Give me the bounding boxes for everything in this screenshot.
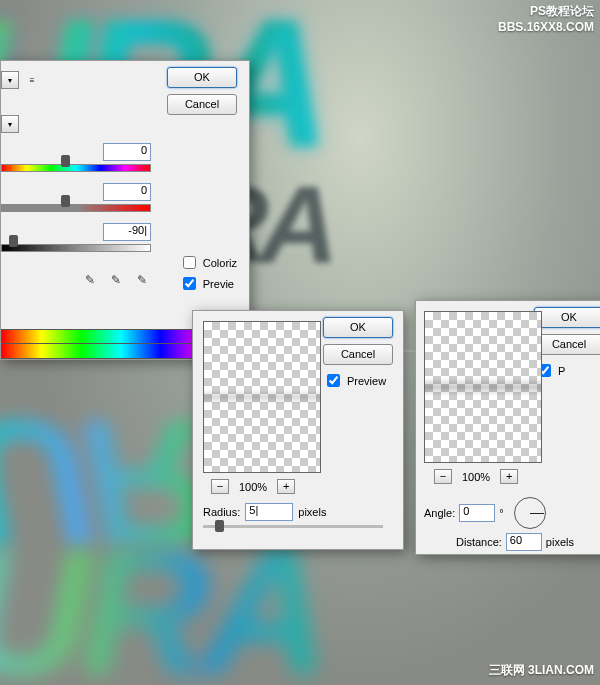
gauss-radius-thumb[interactable] bbox=[215, 520, 224, 532]
motion-preview-label: P bbox=[558, 365, 565, 377]
eyedropper-sub-icon[interactable]: ✎ bbox=[133, 271, 151, 289]
hs-hue-thumb[interactable] bbox=[61, 155, 70, 167]
gauss-zoom-value: 100% bbox=[239, 481, 267, 493]
hs-sat-thumb[interactable] bbox=[61, 195, 70, 207]
motion-zoom-out[interactable]: − bbox=[434, 469, 452, 484]
hs-light-row: -90| bbox=[1, 223, 151, 253]
motion-distance-input[interactable]: 60 bbox=[506, 533, 542, 551]
hs-preview-label: Previe bbox=[203, 278, 234, 290]
hs-sat-slider[interactable] bbox=[1, 204, 151, 212]
hs-menu-icon[interactable]: ≡ bbox=[25, 71, 39, 89]
gauss-radius-label: Radius: bbox=[203, 506, 240, 518]
motion-zoom-in[interactable]: + bbox=[500, 469, 518, 484]
hs-range-dropdown[interactable]: ▾ bbox=[1, 115, 19, 133]
hs-light-slider[interactable] bbox=[1, 244, 151, 252]
motion-preview-box[interactable] bbox=[424, 311, 542, 463]
gauss-zoom-out[interactable]: − bbox=[211, 479, 229, 494]
hs-hue-row: 0 bbox=[1, 143, 151, 173]
hs-light-thumb[interactable] bbox=[9, 235, 18, 247]
gauss-preview-label: Preview bbox=[347, 375, 386, 387]
gauss-pixels-label: pixels bbox=[298, 506, 326, 518]
motion-distance-label: Distance: bbox=[456, 536, 502, 548]
gaussian-blur-dialog: OK Cancel Preview − 100% + Radius: 5| pi… bbox=[192, 310, 404, 550]
motion-pixels-label: pixels bbox=[546, 536, 574, 548]
motion-ok-button[interactable]: OK bbox=[534, 307, 600, 328]
gauss-ok-button[interactable]: OK bbox=[323, 317, 393, 338]
gauss-zoom-in[interactable]: + bbox=[277, 479, 295, 494]
motion-angle-label: Angle: bbox=[424, 507, 455, 519]
gauss-cancel-button[interactable]: Cancel bbox=[323, 344, 393, 365]
eyedropper-icon[interactable]: ✎ bbox=[81, 271, 99, 289]
hs-light-input[interactable]: -90| bbox=[103, 223, 151, 241]
hs-hue-slider[interactable] bbox=[1, 164, 151, 172]
gauss-preview-check[interactable]: Preview bbox=[323, 371, 393, 390]
motion-blur-dialog: OK Cancel P − 100% + Angle: 0 ° Distance… bbox=[415, 300, 600, 555]
hs-preview-check[interactable]: Previe bbox=[179, 274, 237, 293]
hs-sat-row: 0 bbox=[1, 183, 151, 213]
hs-preset-dropdown[interactable]: ▾ bbox=[1, 71, 19, 89]
motion-cancel-button[interactable]: Cancel bbox=[534, 334, 600, 355]
hs-hue-input[interactable]: 0 bbox=[103, 143, 151, 161]
motion-angle-dial[interactable] bbox=[514, 497, 546, 529]
hs-sat-input[interactable]: 0 bbox=[103, 183, 151, 201]
hs-ok-button[interactable]: OK bbox=[167, 67, 237, 88]
gauss-preview-box[interactable] bbox=[203, 321, 321, 473]
gauss-radius-input[interactable]: 5| bbox=[245, 503, 293, 521]
hs-eyedroppers: ✎ ✎ ✎ bbox=[1, 271, 151, 289]
motion-preview-check[interactable]: P bbox=[534, 361, 600, 380]
motion-angle-input[interactable]: 0 bbox=[459, 504, 495, 522]
gauss-radius-slider[interactable] bbox=[203, 525, 383, 528]
hs-cancel-button[interactable]: Cancel bbox=[167, 94, 237, 115]
hs-colorize-label: Coloriz bbox=[203, 257, 237, 269]
hs-colorize-check[interactable]: Coloriz bbox=[179, 253, 237, 272]
eyedropper-add-icon[interactable]: ✎ bbox=[107, 271, 125, 289]
motion-degree-label: ° bbox=[499, 507, 503, 519]
motion-zoom-value: 100% bbox=[462, 471, 490, 483]
